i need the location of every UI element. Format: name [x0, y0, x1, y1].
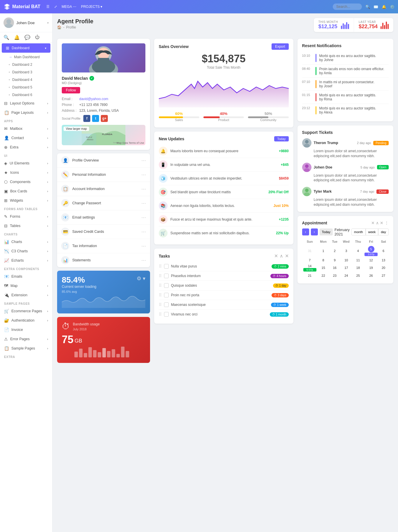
- menu-toggle-icon[interactable]: ☰: [46, 5, 50, 9]
- cal-cell-10[interactable]: 10: [340, 258, 352, 263]
- export-button[interactable]: Export: [272, 43, 289, 50]
- expand-icon[interactable]: ⤢: [54, 5, 57, 9]
- sidebar-item-ecommerce[interactable]: 🛒 Ecommerce Pages ›: [0, 306, 52, 316]
- mega-menu[interactable]: MEGA ⋯: [62, 5, 76, 9]
- menu-item-personal-info[interactable]: ✏️ Personal Information ⋯: [57, 168, 150, 182]
- task-drag-4[interactable]: ⠿: [159, 293, 162, 297]
- menu-item-statements[interactable]: 📊 Statements ⋯: [57, 253, 150, 267]
- task-check-2[interactable]: [164, 274, 169, 278]
- sidebar-item-layout-options[interactable]: ⊟ Layout Options ›: [0, 99, 52, 108]
- task-minimize-icon[interactable]: ✕: [285, 253, 289, 259]
- projects-menu[interactable]: PROJECTS ▾: [81, 5, 102, 9]
- menu-item-account-info[interactable]: 📋 Account Information ⋯: [57, 182, 150, 196]
- cal-cell-8[interactable]: 8: [318, 258, 329, 263]
- task-drag-5[interactable]: ⠿: [159, 302, 162, 307]
- sidebar-item-dashboard-6[interactable]: Dashboard 6: [0, 91, 52, 99]
- server-gear-icon[interactable]: ⚙ ▾: [137, 275, 145, 282]
- menu-item-email-settings[interactable]: 📧 Email settings ⋯: [57, 210, 150, 225]
- cal-cell-6[interactable]: 6: [379, 245, 388, 257]
- cal-week-view-btn[interactable]: week: [366, 228, 378, 235]
- sidebar-item-forms[interactable]: ✎ Forms ›: [0, 212, 52, 221]
- cal-cell-9[interactable]: 9: [330, 258, 340, 263]
- appt-minimize-icon[interactable]: ✕: [380, 221, 383, 225]
- cal-cell-18[interactable]: 18: [353, 263, 363, 272]
- task-close-icon[interactable]: ✕: [274, 253, 278, 259]
- cal-cell-12[interactable]: 12: [364, 258, 378, 263]
- menu-item-saved-cards[interactable]: 💳 Saved Credit Cards ⋯: [57, 225, 150, 239]
- cal-cell-15[interactable]: 15: [318, 263, 329, 272]
- sidebar-item-map[interactable]: 🗺 Map ›: [0, 281, 52, 290]
- menu-dots-icon-3[interactable]: ⋯: [141, 186, 146, 192]
- follow-button[interactable]: Follow: [62, 87, 80, 93]
- appt-close-icon[interactable]: ✕: [371, 221, 375, 225]
- sidebar-item-error-pages[interactable]: ⚠ Error Pages ›: [0, 334, 52, 344]
- twitter-btn[interactable]: t: [92, 115, 99, 122]
- cal-cell-16[interactable]: 16: [330, 263, 340, 272]
- sidebar-item-mailbox[interactable]: ✉ Mailbox ›: [0, 124, 52, 133]
- sidebar-item-extension[interactable]: 🔌 Extension ›: [0, 290, 52, 300]
- cal-cell-19[interactable]: 19: [364, 263, 378, 272]
- map-placeholder[interactable]: FLORIDA Gulf of Mexico Google View large…: [62, 125, 145, 145]
- sidebar-item-charts[interactable]: 📊 Charts ›: [0, 237, 52, 247]
- bell-nav-icon[interactable]: 🔔: [382, 5, 386, 9]
- sidebar-item-dashboard[interactable]: ⊞ Dashboard ▾: [2, 43, 50, 53]
- sidebar-item-extra-apps[interactable]: ⊕ Extra ›: [0, 143, 52, 152]
- sidebar-item-widgets[interactable]: ⊞ Widgets ›: [0, 196, 52, 205]
- cal-cell-4[interactable]: 4: [353, 245, 363, 257]
- cal-cell-17[interactable]: 17: [340, 263, 352, 272]
- sidebar-item-dashboard-2[interactable]: Dashboard 2: [0, 61, 52, 68]
- menu-dots-icon-8[interactable]: ⋯: [141, 258, 146, 263]
- sidebar-item-echarts[interactable]: 📈 Echarts ›: [0, 256, 52, 265]
- gear-nav-icon[interactable]: ⚙️: [390, 5, 395, 9]
- chat-quick-icon[interactable]: 💬: [24, 35, 30, 40]
- bell-quick-icon[interactable]: 🔔: [14, 35, 20, 40]
- sidebar-item-emails[interactable]: 📧 Emails: [0, 272, 52, 281]
- task-check-3[interactable]: [164, 283, 169, 288]
- sidebar-item-dashboard-3[interactable]: Dashboard 3: [0, 68, 52, 76]
- cal-day-view-btn[interactable]: day: [378, 228, 389, 235]
- sidebar-item-contact[interactable]: 👤 Contact ›: [0, 133, 52, 143]
- sidebar-item-box-cards[interactable]: ▣ Box Cards ›: [0, 187, 52, 196]
- cal-cell-11[interactable]: 11: [353, 258, 363, 263]
- sidebar-item-tables[interactable]: ⊟ Tables ›: [0, 221, 52, 230]
- menu-item-tax-info[interactable]: 📄 Tax information ⋯: [57, 239, 150, 253]
- global-search-input[interactable]: [333, 3, 362, 10]
- cal-cell-31-prev[interactable]: 31: [303, 245, 317, 257]
- cal-cell-7[interactable]: 7: [303, 258, 317, 263]
- task-check-1[interactable]: [164, 264, 169, 269]
- cal-cell-13[interactable]: 13: [379, 258, 388, 263]
- task-drag-3[interactable]: ⠿: [159, 283, 162, 288]
- task-check-5[interactable]: [164, 302, 169, 307]
- cal-cell-14[interactable]: 14 5:07p: [303, 263, 317, 272]
- sidebar-item-ui-elements[interactable]: ◈ UI Elements ›: [0, 159, 52, 168]
- email-value[interactable]: david@yahoo.com: [79, 97, 108, 101]
- cal-next-btn[interactable]: ›: [311, 228, 318, 235]
- task-drag-2[interactable]: ⠿: [159, 274, 162, 278]
- cal-month-view-btn[interactable]: month: [351, 228, 366, 235]
- menu-dots-icon-5[interactable]: ⋯: [141, 215, 146, 220]
- sidebar-item-dashboard-5[interactable]: Dashboard 5: [0, 84, 52, 91]
- cal-cell-3[interactable]: 3: [340, 245, 352, 257]
- task-check-4[interactable]: [164, 293, 169, 297]
- menu-dots-icon-6[interactable]: ⋯: [141, 229, 146, 235]
- sidebar-item-icons[interactable]: ★ Icons ›: [0, 168, 52, 177]
- cal-prev-btn[interactable]: ‹: [302, 228, 309, 235]
- cal-cell-5-today[interactable]: 5 3:07p: [364, 245, 378, 257]
- sidebar-item-sample-pages[interactable]: 📋 Sample Pages ›: [0, 344, 52, 353]
- task-check-6[interactable]: [164, 312, 169, 317]
- cal-cell-23[interactable]: 23: [330, 273, 340, 278]
- cal-cell-24[interactable]: 24: [340, 273, 352, 278]
- cal-cell-21[interactable]: 21: [303, 273, 317, 278]
- menu-item-profile-overview[interactable]: 👤 Profile Overview ⋯: [57, 153, 150, 168]
- menu-dots-icon-4[interactable]: ⋯: [141, 201, 146, 206]
- cal-cell-26[interactable]: 26: [364, 273, 378, 278]
- sidebar-item-page-layouts[interactable]: 📋 Page Layouts ›: [0, 108, 52, 117]
- sidebar-item-components[interactable]: ⬡ Components ›: [0, 177, 52, 187]
- appt-up-icon[interactable]: ∧: [376, 221, 379, 225]
- menu-item-change-password[interactable]: 🔑 Change Passwort ⋯: [57, 196, 150, 210]
- task-drag-1[interactable]: ⠿: [159, 264, 162, 269]
- task-drag-6[interactable]: ⠿: [159, 312, 162, 317]
- power-quick-icon[interactable]: ⏻: [35, 35, 40, 40]
- sidebar-item-c3charts[interactable]: 📉 C3 Charts ›: [0, 247, 52, 256]
- cal-cell-1[interactable]: 1: [318, 245, 329, 257]
